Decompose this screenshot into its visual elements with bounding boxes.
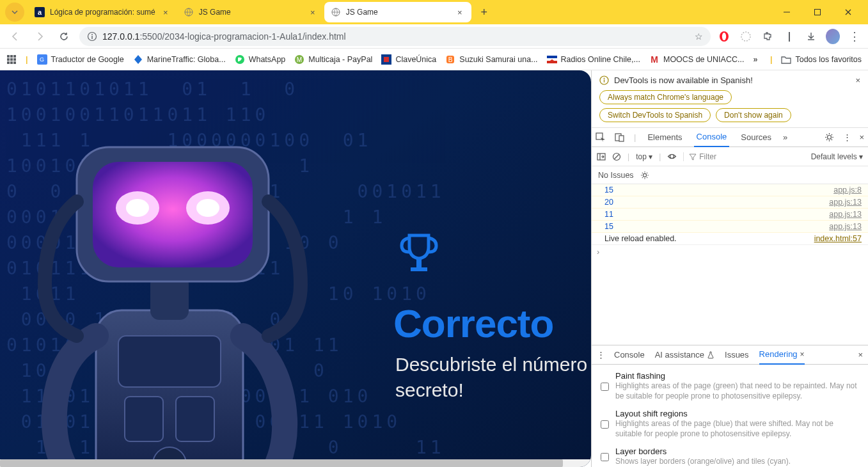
apps-button[interactable] xyxy=(6,54,17,65)
bookmark-separator: | xyxy=(770,55,773,64)
horizontal-scrollbar[interactable] xyxy=(0,459,591,467)
console-row: 15app.js:13 xyxy=(592,221,868,233)
bookmark-item[interactable]: MMOOCS de UNIACC... xyxy=(649,54,744,65)
svg-rect-33 xyxy=(176,397,214,441)
extension-icon[interactable] xyxy=(739,29,753,44)
source-link[interactable]: app.js:13 xyxy=(829,210,862,219)
tab-elements[interactable]: Elements xyxy=(645,128,684,147)
browser-tab-2[interactable]: JS Game × xyxy=(324,2,471,22)
close-icon[interactable]: × xyxy=(161,7,171,17)
tabs-overflow-icon[interactable]: » xyxy=(783,132,787,142)
sidebar-toggle-icon[interactable] xyxy=(597,152,606,161)
close-icon[interactable]: × xyxy=(855,75,860,85)
close-icon[interactable]: × xyxy=(800,350,805,359)
bookmark-item[interactable]: Radios Online Chile,... xyxy=(547,54,640,65)
context-selector[interactable]: top ▾ xyxy=(636,152,652,161)
svg-rect-44 xyxy=(416,258,422,267)
drawer-tab-rendering[interactable]: Rendering × xyxy=(759,345,805,365)
tab-title: JS Game xyxy=(346,8,450,17)
drawer-menu-icon[interactable]: ⋮ xyxy=(597,350,604,360)
inspect-icon[interactable] xyxy=(596,132,606,143)
option-layout-shift: Layout shift regions Highlights areas of… xyxy=(601,409,859,439)
more-icon[interactable]: ⋮ xyxy=(843,132,850,142)
clear-console-icon[interactable] xyxy=(612,152,621,161)
switch-language-button[interactable]: Switch DevTools to Spanish xyxy=(599,108,711,122)
all-bookmarks-button[interactable]: Todos los favoritos xyxy=(781,54,862,65)
checkbox[interactable] xyxy=(601,372,609,401)
new-tab-button[interactable]: + xyxy=(475,3,493,21)
option-label: Layout shift regions xyxy=(615,409,859,418)
svg-rect-11 xyxy=(10,55,13,58)
bookmark-item[interactable]: MarineTraffic: Globa... xyxy=(133,54,226,65)
browser-tab-0[interactable]: a Lógica de programación: sumé × xyxy=(28,2,177,22)
device-toggle-icon[interactable] xyxy=(615,132,625,143)
svg-rect-16 xyxy=(7,61,10,64)
back-button[interactable] xyxy=(6,28,24,45)
maximize-button[interactable] xyxy=(808,3,827,22)
rendering-options[interactable]: Paint flashing Highlights areas of the p… xyxy=(592,365,868,467)
bookmark-item[interactable]: ClaveÚnica xyxy=(381,54,436,65)
console-prompt[interactable]: › xyxy=(592,245,868,259)
downloads-button[interactable] xyxy=(804,29,818,44)
issues-bar: No Issues xyxy=(592,166,868,184)
live-expression-icon[interactable] xyxy=(667,152,677,161)
match-language-button[interactable]: Always match Chrome's language xyxy=(599,90,732,104)
checkbox[interactable] xyxy=(601,410,609,439)
source-link[interactable]: app.js:13 xyxy=(829,222,862,231)
bookmark-item[interactable]: BSuzuki Samurai una... xyxy=(445,54,537,65)
bookmarks-overflow[interactable]: » xyxy=(753,55,757,64)
close-icon[interactable]: × xyxy=(308,7,318,17)
tab-search-button[interactable] xyxy=(5,3,24,22)
close-window-button[interactable] xyxy=(839,3,858,22)
source-link[interactable]: index.html:57 xyxy=(814,234,862,243)
reload-button[interactable] xyxy=(55,28,73,45)
favicon-alura: a xyxy=(35,7,45,17)
svg-rect-31 xyxy=(118,336,221,387)
extensions-button[interactable] xyxy=(761,29,775,44)
menu-button[interactable]: ⋮ xyxy=(848,29,862,44)
log-levels-selector[interactable]: Default levels ▾ xyxy=(811,152,863,161)
source-link[interactable]: app.js:8 xyxy=(833,186,862,194)
drawer-tab-console[interactable]: Console xyxy=(614,345,645,365)
omnibox[interactable]: 127.0.0.1:5500/2034-logica-programacion-… xyxy=(79,27,711,46)
tab-console[interactable]: Console xyxy=(694,128,730,147)
drawer-tab-ai[interactable]: AI assistance xyxy=(655,345,714,365)
opera-icon[interactable] xyxy=(717,29,731,44)
checkbox[interactable] xyxy=(601,448,609,466)
console-output[interactable]: 15app.js:8 20app.js:13 11app.js:13 15app… xyxy=(592,184,868,345)
source-link[interactable]: app.js:13 xyxy=(829,198,862,207)
side-panel-button[interactable]: | xyxy=(782,29,796,44)
bookmark-item[interactable]: GTraductor de Google xyxy=(37,54,124,65)
svg-rect-48 xyxy=(604,79,604,83)
close-devtools-icon[interactable]: × xyxy=(859,132,864,142)
svg-point-8 xyxy=(722,33,726,40)
robot-illustration xyxy=(0,144,345,467)
dont-show-button[interactable]: Don't show again xyxy=(716,108,791,122)
site-info-icon[interactable] xyxy=(87,31,97,42)
option-description: Highlights areas of the page (green) tha… xyxy=(615,381,859,401)
svg-point-5 xyxy=(91,34,93,35)
browser-titlebar: a Lógica de programación: sumé × JS Game… xyxy=(0,0,868,24)
svg-rect-12 xyxy=(13,55,16,58)
filter-input[interactable]: Filter xyxy=(683,152,804,161)
bookmark-item[interactable]: MMulticaja - PayPal xyxy=(294,54,372,65)
svg-rect-15 xyxy=(13,58,16,61)
svg-rect-45 xyxy=(411,267,427,271)
browser-tab-1[interactable]: JS Game × xyxy=(177,2,324,22)
devtools-drawer: ⋮ Console AI assistance Issues Rendering… xyxy=(592,345,868,467)
profile-avatar[interactable] xyxy=(826,29,840,44)
issues-settings-icon[interactable] xyxy=(640,171,649,180)
minimize-button[interactable] xyxy=(777,3,796,22)
star-icon[interactable]: ☆ xyxy=(695,31,703,42)
option-description: Highlights areas of the page (blue) that… xyxy=(615,418,859,439)
svg-point-47 xyxy=(604,78,605,79)
option-description: Shows layer borders (orange/olive) and t… xyxy=(615,456,791,466)
forward-button[interactable] xyxy=(31,28,49,45)
close-drawer-icon[interactable]: × xyxy=(858,350,863,360)
drawer-tab-issues[interactable]: Issues xyxy=(725,345,749,365)
tab-sources[interactable]: Sources xyxy=(738,128,774,147)
close-icon[interactable]: × xyxy=(455,7,465,17)
bookmark-item[interactable]: WhatsApp xyxy=(235,54,286,65)
settings-icon[interactable] xyxy=(825,132,834,142)
filter-icon xyxy=(689,153,697,161)
